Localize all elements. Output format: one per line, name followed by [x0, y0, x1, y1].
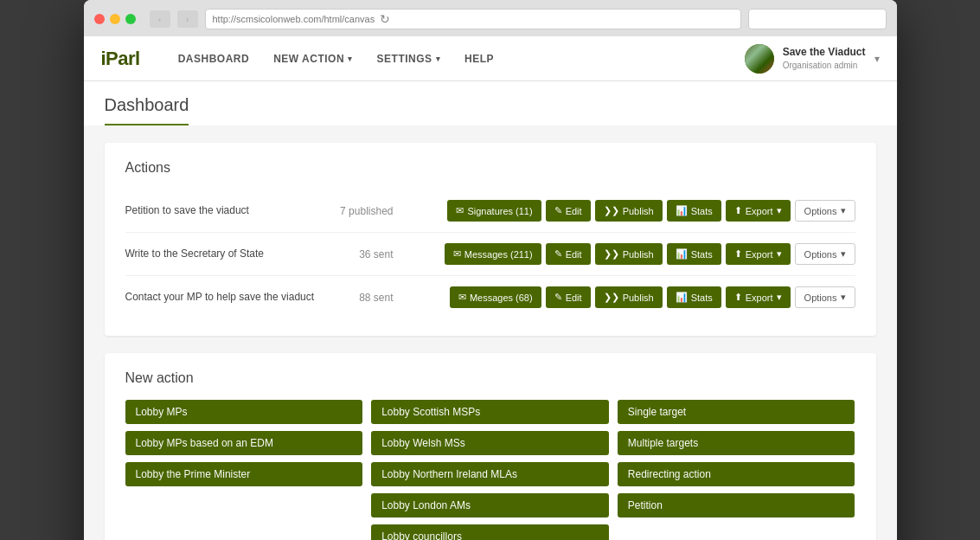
- export-button-1[interactable]: ⬆ Export ▾: [726, 200, 791, 222]
- logo-text: iParl: [101, 48, 140, 69]
- lobby-london-ams-button[interactable]: Lobby London AMs: [371, 493, 609, 518]
- stats-icon-2: 📊: [676, 248, 688, 260]
- user-name: Save the Viaduct: [783, 46, 866, 60]
- nav-menu: DASHBOARD NEW ACTION ▾ SETTINGS ▾ HELP: [166, 36, 745, 81]
- nav-item-help[interactable]: HELP: [452, 36, 506, 81]
- action-name-1: Petition to save the viaduct: [125, 203, 316, 218]
- new-action-col-2: Lobby Scottish MSPs Lobby Welsh MSs Lobb…: [371, 400, 609, 540]
- stats-icon-1: 📊: [676, 205, 688, 216]
- envelope-icon: ✉: [456, 205, 464, 216]
- edit-button-1[interactable]: ✎ Edit: [546, 200, 591, 222]
- options-caret-1: ▾: [841, 205, 846, 216]
- lobby-welsh-ms-button[interactable]: Lobby Welsh MSs: [371, 431, 609, 455]
- action-row-3: Contact your MP to help save the viaduct…: [125, 276, 855, 318]
- new-action-col-1: Lobby MPs Lobby MPs based on an EDM Lobb…: [125, 400, 363, 540]
- lobby-scottish-msps-button[interactable]: Lobby Scottish MSPs: [371, 400, 609, 424]
- options-button-3[interactable]: Options ▾: [795, 286, 855, 308]
- avatar: [745, 44, 774, 74]
- options-caret-2: ▾: [841, 248, 846, 260]
- edit-icon-3: ✎: [554, 292, 562, 303]
- user-role: Organisation admin: [783, 60, 866, 71]
- actions-table: Petition to save the viaduct 7 published…: [125, 190, 855, 318]
- stats-icon-3: 📊: [676, 292, 688, 303]
- petition-button[interactable]: Petition: [618, 493, 855, 518]
- export-button-3[interactable]: ⬆ Export ▾: [726, 286, 791, 308]
- nav-item-new-action[interactable]: NEW ACTION ▾: [261, 36, 364, 81]
- edit-button-2[interactable]: ✎ Edit: [546, 243, 591, 265]
- single-target-button[interactable]: Single target: [618, 400, 855, 424]
- settings-caret: ▾: [436, 55, 441, 63]
- action-buttons-1: ✉ Signatures (11) ✎ Edit ❯❯ Publish: [402, 200, 855, 222]
- action-name-3: Contact your MP to help save the viaduct: [125, 290, 316, 305]
- export-icon-1: ⬆: [734, 205, 742, 216]
- avatar-image: [745, 44, 774, 74]
- redirecting-action-button[interactable]: Redirecting action: [618, 462, 855, 486]
- stats-button-1[interactable]: 📊 Stats: [667, 200, 721, 222]
- minimize-button[interactable]: [110, 14, 120, 24]
- new-action-col-3: Single target Multiple targets Redirecti…: [618, 400, 855, 540]
- publish-icon-2: ❯❯: [604, 248, 619, 260]
- multiple-targets-button[interactable]: Multiple targets: [618, 431, 855, 455]
- main-content: Actions Petition to save the viaduct 7 p…: [84, 125, 897, 540]
- user-dropdown-caret[interactable]: ▾: [874, 53, 880, 65]
- new-action-section-title: New action: [125, 370, 855, 386]
- options-button-1[interactable]: Options ▾: [795, 200, 855, 222]
- browser-chrome: ‹ › http://scmsicolonweb.com/html/canvas…: [84, 0, 897, 36]
- export-caret-1: ▾: [777, 205, 782, 216]
- back-button[interactable]: ‹: [150, 10, 170, 28]
- url-text: http://scmsicolonweb.com/html/canvas: [213, 14, 375, 24]
- action-buttons-3: ✉ Messages (68) ✎ Edit ❯❯ Publish: [402, 286, 855, 308]
- publish-button-3[interactable]: ❯❯ Publish: [595, 286, 663, 308]
- app-container: iParl DASHBOARD NEW ACTION ▾ SETTINGS ▾ …: [84, 36, 897, 540]
- envelope-icon-2: ✉: [453, 248, 461, 260]
- nav-item-settings[interactable]: SETTINGS ▾: [365, 36, 453, 81]
- page-title: Dashboard: [105, 95, 189, 125]
- messages-button-3[interactable]: ✉ Messages (68): [450, 286, 541, 308]
- lobby-councillors-button[interactable]: Lobby councillors: [371, 524, 609, 540]
- user-info: Save the Viaduct Organisation admin: [783, 46, 866, 71]
- lobby-pm-button[interactable]: Lobby the Prime Minister: [125, 462, 363, 486]
- action-row-2: Write to the Secretary of State 36 sent …: [125, 233, 855, 276]
- messages-button-2[interactable]: ✉ Messages (211): [445, 243, 541, 265]
- export-icon-2: ⬆: [734, 248, 742, 260]
- maximize-button[interactable]: [125, 14, 136, 24]
- new-action-caret: ▾: [348, 55, 353, 63]
- forward-button[interactable]: ›: [177, 10, 198, 28]
- lobby-mps-button[interactable]: Lobby MPs: [125, 400, 363, 424]
- export-button-2[interactable]: ⬆ Export ▾: [726, 243, 791, 265]
- app-logo: iParl: [101, 48, 140, 70]
- envelope-icon-3: ✉: [458, 292, 466, 303]
- lobby-mps-edm-button[interactable]: Lobby MPs based on an EDM: [125, 431, 363, 455]
- publish-icon-1: ❯❯: [604, 205, 619, 216]
- stats-button-3[interactable]: 📊 Stats: [667, 286, 721, 308]
- publish-button-2[interactable]: ❯❯ Publish: [595, 243, 663, 265]
- action-count-3: 88 sent: [324, 292, 394, 304]
- options-button-2[interactable]: Options ▾: [795, 243, 855, 265]
- stats-button-2[interactable]: 📊 Stats: [667, 243, 721, 265]
- refresh-button[interactable]: ↻: [380, 12, 390, 26]
- page-header: Dashboard: [84, 81, 897, 125]
- action-name-2: Write to the Secretary of State: [125, 247, 316, 261]
- edit-icon-1: ✎: [554, 205, 562, 216]
- action-count-2: 36 sent: [324, 248, 394, 260]
- edit-button-3[interactable]: ✎ Edit: [546, 286, 591, 308]
- export-caret-2: ▾: [777, 248, 782, 260]
- actions-section-title: Actions: [125, 160, 855, 176]
- options-caret-3: ▾: [841, 292, 846, 303]
- close-button[interactable]: [94, 14, 105, 24]
- new-action-grid: Lobby MPs Lobby MPs based on an EDM Lobb…: [125, 400, 855, 540]
- action-count-1: 7 published: [324, 205, 394, 217]
- publish-button-1[interactable]: ❯❯ Publish: [595, 200, 663, 222]
- export-caret-3: ▾: [777, 292, 782, 303]
- nav-item-dashboard[interactable]: DASHBOARD: [166, 36, 262, 81]
- signatures-button-1[interactable]: ✉ Signatures (11): [447, 200, 541, 222]
- action-row-1: Petition to save the viaduct 7 published…: [125, 190, 855, 233]
- lobby-ni-mlas-button[interactable]: Lobby Northern Ireland MLAs: [371, 462, 609, 486]
- nav-user: Save the Viaduct Organisation admin ▾: [745, 44, 880, 74]
- browser-search-input[interactable]: [748, 9, 887, 29]
- new-action-section: New action Lobby MPs Lobby MPs based on …: [105, 353, 876, 540]
- export-icon-3: ⬆: [734, 292, 742, 303]
- actions-section: Actions Petition to save the viaduct 7 p…: [105, 143, 876, 336]
- edit-icon-2: ✎: [554, 248, 562, 260]
- url-bar[interactable]: http://scmsicolonweb.com/html/canvas ↻: [205, 9, 741, 29]
